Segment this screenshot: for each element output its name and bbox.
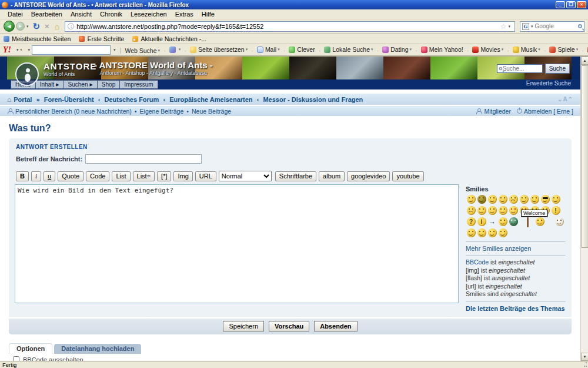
resize-grip[interactable] [582,362,587,367]
yahoo-search-dropdown-icon[interactable]: ▾ [113,48,116,52]
tab-dateianhang[interactable]: Dateianhang hochladen [54,344,141,354]
yahoo-item-clever[interactable]: Clever [289,46,315,53]
crumb-deutsches-forum[interactable]: Deutsches Forum [104,96,159,103]
dropdown-caret-icon[interactable]: ▾ [158,48,161,53]
google-search-input[interactable] [535,23,578,29]
yahoo-item-lokale-suche[interactable]: Lokale Suche▾ [324,46,373,53]
point-smiley-icon[interactable] [488,228,497,237]
pencil-icon[interactable] [20,49,22,51]
crumb-europaeische-ameisenarten[interactable]: Europäische Ameisenarten [169,96,252,103]
yahoo-logo[interactable]: Y! [3,45,11,55]
magnifier-icon[interactable] [578,24,582,28]
bbcode-list-button[interactable]: List [112,171,130,181]
bbcode-url-button[interactable]: URL [195,171,216,181]
antstore-logo[interactable] [15,62,39,86]
nav-inhalt[interactable]: Inhalt▶ [36,80,64,89]
yahoo-item-dating[interactable]: Dating▾ [382,46,412,53]
url-input[interactable] [76,23,500,30]
site-identity-icon[interactable]: ↓ [68,23,74,29]
yahoo-item-musik[interactable]: Musik▾ [513,46,540,53]
font-color-button[interactable]: Schriftfarbe [275,171,316,181]
bbcode-italic-button[interactable]: i [31,171,41,181]
site-search-input[interactable] [503,65,537,72]
evil-smiley-icon[interactable] [509,206,518,215]
reload-icon[interactable]: ↻ [33,21,41,32]
yahoo-search-input[interactable] [32,45,111,55]
dropdown-caret-icon[interactable]: ▾ [179,47,181,52]
tab-optionen[interactable]: Optionen [9,343,52,354]
googlevideo-button[interactable]: googlevideo [347,171,390,181]
bookmark-meistbesuchte[interactable]: Meistbesuchte Seiten [4,35,71,42]
exclaim-smiley-icon[interactable]: ! [552,206,560,215]
razz-smiley-icon[interactable] [477,206,486,215]
yahoo-item-web-suche[interactable]: Web Suche▾ [125,47,160,54]
biggrin-smiley-icon[interactable] [552,195,560,204]
cry-smiley-icon[interactable] [509,195,518,204]
yahoo-item-seite-bersetzen[interactable]: Seite übersetzen▾ [190,46,248,53]
last-posts-link[interactable]: Die letzten Beiträge des Themas [466,305,566,312]
bbcode-underline-button[interactable]: u [44,171,55,181]
welcome-smiley-icon[interactable] [536,217,544,226]
bookmark-erste-schritte[interactable]: Erste Schritte [79,35,124,42]
font-size-select[interactable]: Normal [219,171,272,181]
nav-shop[interactable]: Shop [98,80,120,89]
grin-smiley-icon[interactable] [499,206,507,215]
pencil-dropdown-icon[interactable]: ▾ [28,48,31,52]
google-search-box[interactable]: G ▾ [520,21,584,32]
cool-dark-smiley-icon[interactable] [477,195,486,204]
save-button[interactable]: Speichern [223,321,264,331]
yahoo-item-movies[interactable]: Movies▾ [472,46,503,53]
dropdown-caret-icon[interactable]: ▾ [246,47,248,52]
bbcode-bold-button[interactable]: B [16,171,29,181]
smile2-smiley-icon[interactable] [488,206,497,215]
bbcode-quote-button[interactable]: Quote [58,171,83,181]
scroll-up-arrow[interactable]: ▲ [581,57,588,65]
crumb-forum-index[interactable]: Foren-Übersicht [44,96,94,103]
restore-button[interactable]: ❐ [566,1,576,8]
cheers-smiley-icon[interactable] [499,217,507,226]
bbcode-status-link[interactable]: BBCode [466,258,489,266]
menu-chronik[interactable]: Chronik [96,10,126,18]
laugh-smiley-icon[interactable] [467,195,476,204]
bbcode-disable-option[interactable]: BBCode ausschalten [13,356,580,362]
forward-button[interactable]: ► [16,22,25,31]
crumb-messor[interactable]: Messor - Diskussion und Fragen [263,96,363,103]
question-smiley-icon[interactable]: ? [467,217,476,226]
message-textarea[interactable]: Wie wird ein Bild in den Text eingefügt? [15,184,459,303]
yahoo-item-mail[interactable]: Mail▾ [257,46,280,53]
new-posts-link[interactable]: Neue Beiträge [192,108,231,115]
menu-ansicht[interactable]: Ansicht [66,10,96,18]
history-dropdown-icon[interactable]: ▾ [26,24,29,29]
menu-extras[interactable]: Extras [171,10,198,18]
nav-suchen[interactable]: Suchen▶ [64,80,98,89]
party-smiley-icon[interactable] [467,228,476,237]
close-button[interactable]: × [577,1,586,8]
dropdown-caret-icon[interactable]: ▾ [371,47,373,52]
bbcode-listitem-button[interactable]: [*] [157,171,171,181]
own-posts-link[interactable]: Eigene Beiträge [140,108,184,115]
subject-input[interactable] [85,154,202,164]
bbcode-list-eq-button[interactable]: List= [133,171,155,181]
stop-icon[interactable]: × [45,22,49,31]
alien-green-smiley-icon[interactable] [509,217,518,226]
back-button[interactable]: ◄ [4,21,15,32]
members-link[interactable]: Mitglieder [484,108,511,115]
dropdown-caret-icon[interactable]: ▾ [576,47,579,52]
youtube-button[interactable]: youtube [392,171,423,181]
pray-smiley-icon[interactable] [555,217,564,226]
submit-button[interactable]: Absenden [314,321,357,331]
logout-link[interactable]: Abmelden [ Erne ] [524,108,573,115]
dropdown-caret-icon[interactable]: ▾ [410,47,412,52]
dropdown-caret-icon[interactable]: ▾ [278,47,280,52]
google-icon[interactable]: G [522,23,529,30]
bookmark-star-icon[interactable]: ☆ [500,22,507,31]
bookmark-aktuelle-nachrichten[interactable]: Aktuelle Nachrichten -... [132,35,206,42]
scrollbar-thumb[interactable] [581,65,588,248]
blush-smiley-icon[interactable] [530,195,539,204]
rolleyes-smiley-icon[interactable] [520,195,529,204]
bbcode-img-button[interactable]: Img [173,171,192,181]
wave-smiley-icon[interactable] [477,228,486,237]
advanced-search-link[interactable]: Erweiterte Suche [526,80,571,87]
site-search-box[interactable] [497,64,543,73]
bbcode-code-button[interactable]: Code [86,171,109,181]
